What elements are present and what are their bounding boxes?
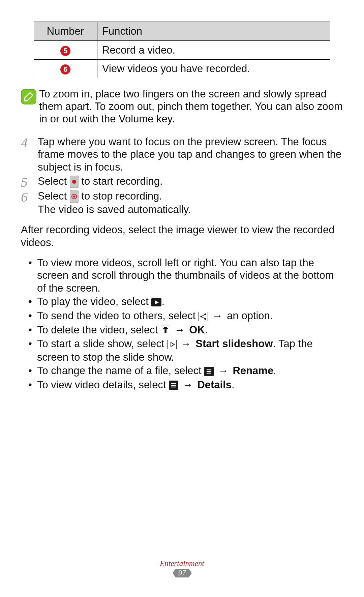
tip-send-pre: To send the video to others, select	[37, 310, 199, 322]
tip-delete: To delete the video, select → OK.	[28, 324, 343, 337]
step-5: 5 Select to start recording.	[21, 175, 343, 189]
arrow: →	[208, 310, 227, 322]
svg-rect-0	[21, 89, 36, 104]
menu-icon	[204, 364, 214, 377]
after-recording-paragraph: After recording videos, select the image…	[21, 223, 343, 249]
step6-post: to stop recording.	[81, 190, 162, 202]
arrow: →	[177, 338, 195, 350]
cell-number: 5	[34, 41, 97, 60]
slideshow-icon	[167, 337, 177, 350]
step6-pre: Select	[38, 190, 70, 202]
step5-pre: Select	[38, 175, 70, 187]
page-footer: Entertainment 97	[0, 559, 364, 577]
step-number: 6	[21, 190, 38, 204]
arrow: →	[170, 324, 189, 336]
tip-play-pre: To play the video, select	[37, 296, 151, 307]
step6-line2: The video is saved automatically.	[38, 204, 191, 215]
tip-play-post: .	[161, 296, 164, 307]
tip-view-more: To view more videos, scroll left or righ…	[28, 257, 343, 295]
circled-number-icon: 6	[60, 64, 70, 74]
tip-details-bold: Details	[197, 379, 232, 391]
page-number-badge: 97	[176, 569, 189, 577]
record-stop-icon	[70, 189, 79, 203]
note-block: To zoom in, place two fingers on the scr…	[21, 88, 344, 125]
step-4: 4 Tap where you want to focus on the pre…	[21, 136, 343, 174]
svg-rect-15	[164, 327, 167, 328]
note-edit-icon	[21, 89, 36, 105]
arrow: →	[178, 379, 197, 391]
tip-details-pre: To view video details, select	[37, 379, 169, 391]
tip-delete-bold: OK	[189, 324, 205, 336]
svg-rect-8	[199, 312, 208, 321]
manual-page: Number Function 5 Record a video. 6 View…	[0, 0, 364, 597]
tip-delete-post: .	[205, 324, 208, 336]
step-text: Select to stop recording. The video is s…	[38, 190, 343, 216]
tip-send: To send the video to others, select → an…	[28, 309, 343, 323]
trash-icon	[161, 323, 170, 336]
cell-function: Record a video.	[97, 41, 331, 60]
function-table: Number Function 5 Record a video. 6 View…	[34, 22, 330, 78]
menu-icon	[169, 378, 178, 391]
tip-slideshow-bold: Start slideshow	[195, 338, 273, 350]
tips-list: To view more videos, scroll left or righ…	[28, 257, 343, 392]
tip-slideshow: To start a slide show, select → Start sl…	[28, 337, 343, 364]
step-6: 6 Select to stop recording. The video is…	[21, 190, 343, 216]
tip-details-post: .	[232, 379, 235, 391]
record-start-icon	[70, 175, 79, 188]
step-list: 4 Tap where you want to focus on the pre…	[21, 136, 343, 216]
svg-line-12	[201, 314, 205, 317]
header-number: Number	[34, 22, 97, 41]
cell-number: 6	[34, 60, 97, 78]
tip-rename-pre: To change the name of a file, select	[37, 365, 204, 377]
table-row: 5 Record a video.	[34, 41, 330, 60]
tip-rename: To change the name of a file, select → R…	[28, 364, 343, 378]
step-number: 4	[21, 136, 38, 150]
section-title: Entertainment	[0, 559, 364, 568]
table-header-row: Number Function	[34, 22, 330, 41]
step-text: Tap where you want to focus on the previ…	[38, 136, 343, 174]
tip-play: To play the video, select .	[28, 295, 343, 309]
header-function: Function	[97, 22, 331, 41]
svg-rect-20	[167, 340, 177, 349]
svg-point-5	[73, 196, 75, 198]
tip-rename-bold: Rename	[233, 365, 274, 377]
tip-slideshow-pre: To start a slide show, select	[37, 338, 167, 350]
play-icon	[151, 295, 161, 308]
svg-marker-21	[171, 342, 174, 347]
arrow: →	[214, 365, 233, 377]
tip-send-post: an option.	[227, 310, 273, 322]
svg-line-13	[201, 317, 205, 319]
circled-number-icon: 5	[60, 46, 70, 56]
tip-details: To view video details, select → Details.	[28, 379, 343, 392]
step-text: Select to start recording.	[38, 175, 343, 188]
tip-delete-pre: To delete the video, select	[37, 324, 161, 336]
table-row: 6 View videos you have recorded.	[34, 60, 330, 78]
svg-point-2	[72, 180, 76, 184]
cell-function: View videos you have recorded.	[97, 60, 331, 78]
step-number: 5	[21, 175, 38, 189]
svg-rect-16	[163, 328, 168, 329]
step5-post: to start recording.	[81, 175, 162, 187]
tip-rename-post: .	[273, 365, 276, 377]
share-icon	[199, 309, 208, 322]
note-text: To zoom in, place two fingers on the scr…	[39, 88, 344, 125]
